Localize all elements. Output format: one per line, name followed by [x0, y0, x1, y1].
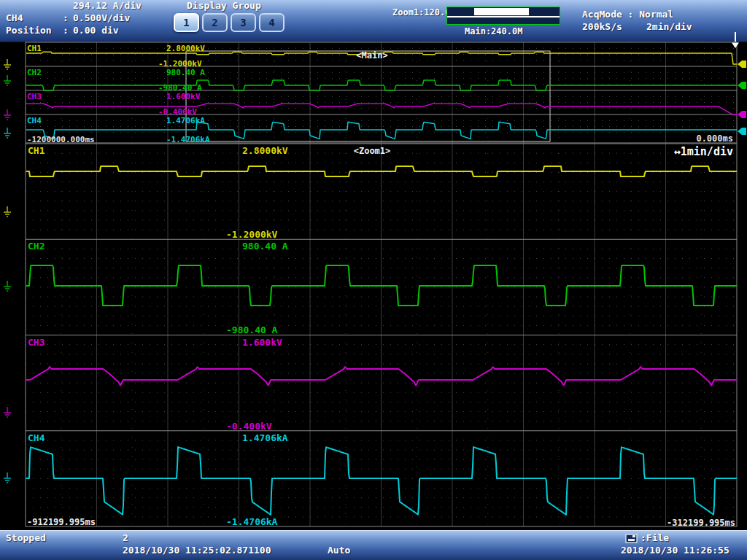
zoom-bottom-value-ch1: -1.2000kV [226, 229, 278, 240]
zoom-bottom-value-ch2: -980.40 A [226, 324, 278, 335]
zoom-view-title: <Zoom1> [354, 146, 391, 156]
main-view-title: <Main> [356, 50, 387, 61]
header-bar: 294.12 A/div CH4 : 0.500V/div Position :… [0, 0, 747, 42]
zoom-top-value-ch4: 1.4706kA [242, 432, 288, 443]
ch4-volt-scale: 0.500V/div [73, 13, 130, 23]
zoom-position-widget[interactable] [446, 7, 560, 25]
zoom-start-time: -912199.995ms [27, 517, 96, 527]
zoom-channel-label-ch4: CH4 [28, 432, 45, 443]
file-label: :File [640, 533, 669, 543]
oscilloscope-screen: 294.12 A/div CH4 : 0.500V/div Position :… [0, 0, 747, 560]
main-end-time: 0.000ms [696, 133, 733, 144]
ground-icon-ch3-main [4, 109, 11, 120]
display-group-label: Display Group [187, 1, 261, 11]
level-marker-ch1[interactable] [738, 61, 746, 68]
level-marker-ch2[interactable] [738, 82, 746, 89]
channel-select-label: CH4 [6, 13, 23, 23]
display-group-buttons: 1234 [174, 13, 285, 32]
scope-display: CH12.8000kV-1.2000kVCH12.8000kV-1.2000kV… [0, 42, 747, 530]
zoom-window-indicator[interactable] [474, 8, 529, 15]
ground-icon-ch4-zoom [4, 472, 11, 483]
zoom-top-value-ch2: 980.40 A [242, 241, 288, 252]
display-group-button-1[interactable]: 1 [174, 13, 199, 32]
ground-icon-ch4-main [4, 128, 11, 138]
position-value: 0.00 div [73, 26, 119, 36]
trigger-position-tick [735, 32, 736, 42]
display-group-button-3[interactable]: 3 [231, 13, 256, 32]
display-group-button-4[interactable]: 4 [259, 13, 285, 32]
run-status: Stopped [6, 533, 46, 543]
colon: : [63, 13, 69, 23]
display-group-button-2[interactable]: 2 [202, 13, 228, 32]
main-timebase: 2min/div [646, 22, 692, 32]
file-save-icon [625, 532, 638, 544]
main-top-value-ch4: 1.4706kA [166, 116, 205, 125]
acquisition-timestamp: 2018/10/30 11:25:02.871100 [123, 545, 271, 556]
group-number: 2 [123, 533, 128, 543]
main-channel-label-ch4: CH4 [27, 116, 42, 125]
ground-icon-ch1-zoom [4, 206, 11, 217]
ground-icon-ch2-main [4, 75, 11, 85]
acq-mode: AcqMode : Normal [582, 9, 673, 20]
position-label: Position [6, 26, 52, 36]
main-channel-label-ch2: CH2 [27, 68, 42, 77]
zoom-channel-label-ch3: CH3 [28, 337, 44, 348]
main-start-time: -1200000.000ms [27, 135, 95, 144]
zoom-channel-label-ch1: CH1 [28, 145, 45, 156]
zoom-view-graticule [26, 144, 737, 526]
zoom-widget-divider [447, 16, 560, 18]
zoom-timebase-label: ↔1min/div [674, 145, 733, 158]
main-length-label: Main:240.0M [465, 26, 522, 36]
main-bottom-value-ch4: -1.4706kA [166, 135, 210, 144]
zoom-bottom-value-ch3: -0.400kV [226, 421, 272, 432]
sample-rate: 200kS/s [582, 22, 622, 32]
colon: : [63, 26, 69, 36]
main-channel-label-ch3: CH3 [27, 92, 42, 101]
trigger-marker-icon[interactable] [732, 43, 739, 49]
main-channel-label-ch1: CH1 [27, 44, 42, 53]
zoom-bottom-value-ch4: -1.4706kA [226, 516, 278, 527]
ground-icon-ch3-zoom [4, 407, 11, 417]
status-bar: Stopped 2 2018/10/30 11:25:02.871100 Aut… [0, 530, 747, 560]
main-top-value-ch3: 1.600kV [166, 92, 201, 101]
ground-icon-ch1-main [4, 59, 11, 69]
main-top-value-ch1: 2.8000kV [166, 44, 205, 53]
level-marker-ch4[interactable] [738, 128, 746, 135]
zoom-end-time: -312199.995ms [667, 518, 735, 528]
ground-icon-ch2-zoom [4, 281, 11, 291]
file-timestamp: 2018/10/30 11:26:55 [621, 545, 729, 556]
ch4-current-scale: 294.12 A/div [73, 1, 142, 11]
zoom-region-box[interactable] [186, 51, 550, 141]
level-marker-ch3[interactable] [738, 111, 746, 118]
main-top-value-ch2: 980.40 A [166, 68, 205, 77]
zoom-top-value-ch3: 1.600kV [242, 337, 282, 348]
zoom-top-value-ch1: 2.8000kV [242, 145, 288, 156]
zoom-channel-label-ch2: CH2 [28, 241, 44, 252]
trigger-mode: Auto [328, 545, 350, 556]
